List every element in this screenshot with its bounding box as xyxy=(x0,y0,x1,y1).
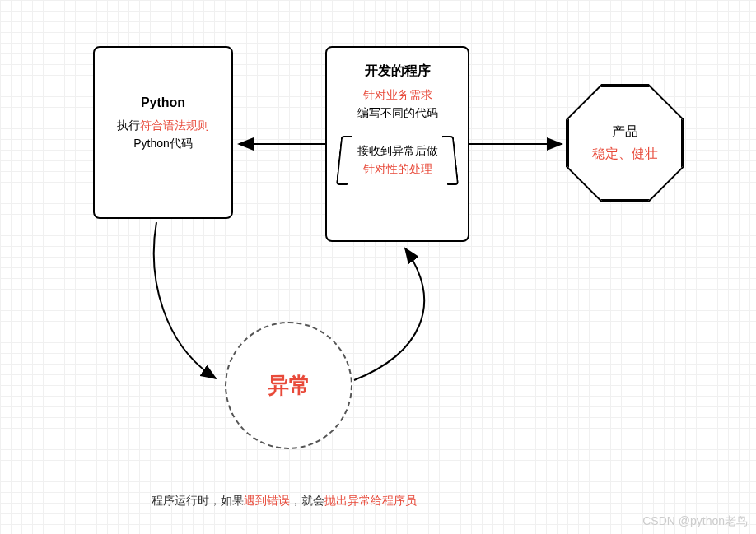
python-line1-b: 符合语法规则 xyxy=(140,118,209,132)
caption-p1: 程序运行时，如果 xyxy=(152,494,244,507)
dev-bracket-line1: 接收到异常后做 xyxy=(338,144,456,159)
bracket-right-icon xyxy=(442,136,459,185)
python-title: Python xyxy=(103,95,223,110)
exception-label: 异常 xyxy=(268,371,310,400)
arrow-exception-to-dev xyxy=(354,248,424,380)
python-line2: Python代码 xyxy=(103,137,223,151)
python-line1: 执行符合语法规则 xyxy=(103,118,223,133)
python-box: Python 执行符合语法规则 Python代码 xyxy=(93,46,233,219)
bracket-left-icon xyxy=(336,136,352,185)
exception-circle: 异常 xyxy=(225,322,352,449)
dev-bracket: 接收到异常后做 针对性的处理 xyxy=(338,136,456,185)
dev-line2: 编写不同的代码 xyxy=(335,106,460,121)
dev-title: 开发的程序 xyxy=(335,63,460,80)
caption-p3: ，就会 xyxy=(290,494,324,507)
python-line1-a: 执行 xyxy=(117,118,140,132)
dev-bracket-line2: 针对性的处理 xyxy=(338,162,456,177)
product-title: 产品 xyxy=(612,123,638,141)
dev-line1: 针对业务需求 xyxy=(335,88,460,103)
caption-p2: 遇到错误 xyxy=(244,494,290,507)
watermark-text: CSDN @python老鸟 xyxy=(642,514,748,529)
caption-p4: 抛出异常给程序员 xyxy=(324,494,417,507)
product-octagon: 产品 稳定、健壮 xyxy=(567,86,683,201)
caption-text: 程序运行时，如果遇到错误，就会抛出异常给程序员 xyxy=(152,494,417,508)
dev-box: 开发的程序 针对业务需求 编写不同的代码 接收到异常后做 针对性的处理 xyxy=(325,46,469,242)
product-line1: 稳定、健壮 xyxy=(592,146,658,163)
arrow-python-to-exception xyxy=(154,222,216,378)
